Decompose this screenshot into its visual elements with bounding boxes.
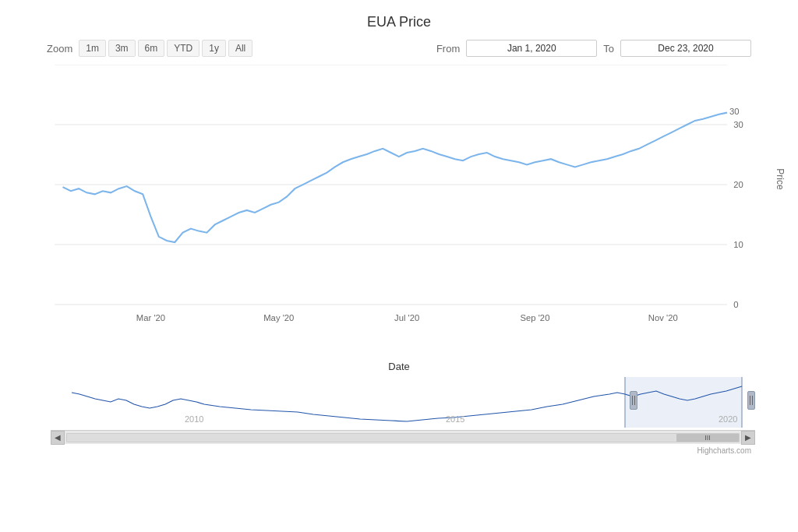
svg-text:Mar '20: Mar '20: [136, 313, 165, 322]
svg-text:May '20: May '20: [263, 313, 294, 322]
scroll-right-arrow[interactable]: ▶: [741, 431, 755, 445]
scroll-track[interactable]: III: [66, 433, 740, 442]
zoom-label: Zoom: [47, 43, 72, 55]
navigator-scrollbar: ◀ III ▶: [51, 430, 755, 444]
svg-text:30: 30: [729, 107, 740, 116]
from-date-input[interactable]: [466, 40, 597, 57]
svg-text:2010: 2010: [185, 414, 203, 424]
navigator-handle-right[interactable]: [747, 391, 755, 410]
svg-text:Sep '20: Sep '20: [520, 313, 549, 322]
navigator: 2010 2015 2020 ◀ III ▶: [51, 377, 755, 443]
svg-text:Jul '20: Jul '20: [394, 313, 419, 322]
zoom-6m-button[interactable]: 6m: [138, 40, 165, 57]
zoom-3m-button[interactable]: 3m: [108, 40, 136, 57]
svg-text:2020: 2020: [719, 414, 737, 424]
y-axis-label: Price: [774, 168, 785, 189]
to-date-input[interactable]: [620, 40, 751, 57]
svg-text:30: 30: [733, 120, 743, 129]
svg-text:10: 10: [733, 240, 743, 249]
from-label: From: [436, 43, 460, 55]
zoom-all-button[interactable]: All: [228, 40, 252, 57]
svg-text:20: 20: [733, 180, 743, 189]
zoom-ytd-button[interactable]: YTD: [167, 40, 200, 57]
x-axis-label: Date: [0, 361, 798, 372]
svg-text:Nov '20: Nov '20: [648, 313, 678, 322]
highcharts-credit: Highcharts.com: [0, 443, 798, 455]
scroll-thumb[interactable]: III: [676, 434, 739, 442]
navigator-svg: 2010 2015 2020: [51, 377, 755, 428]
date-range: From To: [436, 40, 751, 57]
chart-container: EUA Price Zoom 1m 3m 6m YTD 1y All From …: [0, 0, 798, 532]
zoom-1m-button[interactable]: 1m: [79, 40, 106, 57]
navigator-handle-left[interactable]: [630, 391, 637, 410]
to-label: To: [603, 43, 614, 55]
chart-title: EUA Price: [0, 8, 798, 30]
controls-bar: Zoom 1m 3m 6m YTD 1y All From To: [0, 40, 798, 65]
main-chart: 0 10 20 30 Mar '20 May '20 Jul '20 Sep '…: [51, 65, 755, 361]
svg-text:0: 0: [733, 300, 738, 309]
svg-text:2015: 2015: [446, 414, 464, 424]
main-chart-svg: 0 10 20 30 Mar '20 May '20 Jul '20 Sep '…: [51, 65, 755, 361]
scroll-left-arrow[interactable]: ◀: [51, 431, 65, 445]
zoom-1y-button[interactable]: 1y: [202, 40, 226, 57]
